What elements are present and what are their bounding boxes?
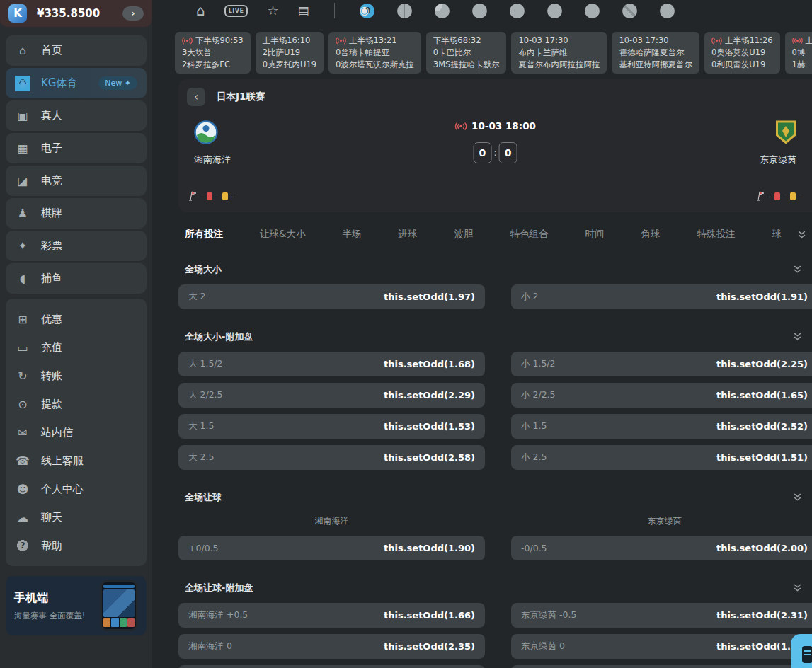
red-card-count: - (216, 192, 219, 201)
live-icon (336, 37, 346, 45)
market-tab[interactable]: 半场 (343, 228, 362, 241)
bet-odd: this.setOdd(1.68) (377, 359, 475, 369)
bet-option[interactable]: 大 1.5/2 this.setOdd(1.68) (178, 352, 485, 376)
sidebar-menu-item[interactable]: ⊞ 优惠 (6, 305, 147, 333)
home-stats: - - - (188, 191, 234, 201)
yellow-card-icon (790, 192, 796, 200)
match-card[interactable]: 上半场 0博 1赫 (785, 32, 812, 74)
bet-odd: this.setOdd(1.97) (377, 292, 475, 302)
tennis-icon[interactable] (547, 4, 562, 18)
match-card[interactable]: 上半场13:21 0普瑞卡帕提亚 0波尔塔瓦沃尔斯克拉 (328, 32, 421, 74)
mobile-app-promo-banner[interactable]: 手机端 海量赛事 全面覆盖! (6, 576, 147, 635)
match-card[interactable]: 下半场68:32 0卡巴比尔 3MS提拉哈卡默尔 (426, 32, 507, 74)
sidebar-nav-item[interactable]: ⌂ 首页 (6, 35, 147, 66)
match-card[interactable]: 10-03 17:30 布内卡兰萨维 夏普尔布内阿拉拉阿拉 (511, 32, 607, 74)
market-tab[interactable]: 时间 (585, 228, 605, 241)
basketball-icon[interactable] (397, 4, 412, 18)
back-button[interactable]: ‹ (187, 88, 205, 106)
volleyball-icon[interactable] (585, 4, 600, 18)
sidebar-menu-item[interactable]: ✉ 站内信 (6, 418, 147, 447)
news-icon[interactable]: ▤ (298, 5, 309, 17)
soccer-icon[interactable]: ◉ (360, 4, 374, 18)
sidebar-nav-item[interactable]: ✦ 彩票 (6, 231, 147, 261)
bet-odd: this.setOdd(2.25) (709, 359, 808, 369)
match-away-team: 3MS提拉哈卡默尔 (433, 59, 500, 71)
sidebar-expand-button[interactable]: › (122, 6, 144, 21)
badminton-icon[interactable] (472, 4, 487, 18)
market-tab[interactable]: 让球&大小 (260, 228, 306, 241)
match-card[interactable]: 上半场16:10 2比萨U19 0克罗托内U19 (256, 32, 324, 74)
match-card[interactable]: 下半场90:53 3大坎普 2科罗拉多FC (175, 32, 251, 74)
sidebar-menu-item[interactable]: ▭ 充值 (6, 333, 147, 362)
cricket-icon[interactable] (622, 4, 637, 18)
more-tabs-chevron-icon[interactable] (797, 229, 806, 242)
soccer-icon: ◉ (15, 76, 30, 91)
sidebar-item-label: 帮助 (41, 539, 62, 553)
bet-option[interactable]: -0/0.5 this.setOdd(2.00) (511, 536, 812, 560)
bet-option[interactable]: 小 1.5 this.setOdd(2.52) (511, 414, 812, 439)
collapse-chevron-icon[interactable] (793, 491, 802, 505)
bet-option[interactable]: 小 1.5/2 this.setOdd(2.25) (511, 352, 812, 376)
market-tab[interactable]: 所有投注 (185, 228, 223, 241)
sidebar-menu-item[interactable]: ☁ 聊天 (6, 503, 147, 531)
market-tab[interactable]: 角球 (641, 228, 661, 241)
market-tab[interactable]: 特色组合 (510, 228, 549, 241)
betslip-float-button[interactable] (791, 634, 812, 668)
match-card[interactable]: 上半场11:26 0奥洛莫茨U19 0利贝雷茨U19 (704, 32, 780, 74)
bet-odd: this.setOdd(1.65) (709, 390, 808, 401)
sidebar-menu-item[interactable]: ☻ 个人中心 (6, 475, 147, 503)
bet-row: 大 2.5 this.setOdd(2.58) 小 2.5 this.setOd… (178, 445, 812, 470)
sidebar-item-label: 站内信 (41, 426, 73, 439)
bet-odd: this.setOdd(2.52) (709, 421, 808, 432)
sidebar-nav-item[interactable]: ◖ 捕鱼 (6, 263, 147, 294)
market-tab[interactable]: 进球 (399, 228, 418, 241)
bet-option[interactable]: 大 1.5 this.setOdd(1.53) (178, 414, 485, 439)
collapse-chevron-icon[interactable] (793, 263, 802, 277)
hockey-icon[interactable] (660, 4, 675, 18)
bet-row: +0/0.5 this.setOdd(1.90) -0/0.5 this.set… (178, 536, 812, 560)
sidebar-nav-item[interactable]: ♟ 棋牌 (6, 198, 147, 229)
match-card[interactable]: 10-03 17:30 霍德哈萨隆夏普尔 基利亚特阿挪夏普尔 (612, 32, 699, 74)
sidebar-menu-item[interactable]: ↻ 转账 (6, 362, 147, 390)
bet-odd: this.setOdd(1.66) (377, 610, 475, 621)
bet-option[interactable]: 东京绿茵 -0.5 this.setOdd(2.31) (511, 603, 812, 628)
sidebar-menu-item[interactable]: ☎ 线上客服 (6, 447, 147, 475)
star-icon[interactable]: ☆ (267, 4, 278, 17)
home-icon[interactable]: ⌂ (196, 4, 205, 18)
sidebar-nav-item[interactable]: ◉ KG体育 New ✦ (6, 68, 147, 98)
bet-option[interactable]: 东京绿茵 +0/0.5 this.setOdd( (511, 665, 812, 668)
collapse-chevron-icon[interactable] (793, 330, 802, 344)
market-tab[interactable]: 波胆 (454, 228, 474, 241)
table-tennis-icon[interactable] (510, 4, 525, 18)
collapse-chevron-icon[interactable] (793, 582, 802, 595)
bet-option[interactable]: 东京绿茵 0 this.setOdd(1.64) (511, 634, 812, 659)
live-icon[interactable]: LIVE (224, 5, 248, 17)
bet-option[interactable]: 小 2 this.setOdd(1.91) (511, 284, 812, 309)
bet-option[interactable]: 湘南海洋 +0.5 this.setOdd(1.66) (178, 603, 485, 628)
away-stats: - - - (756, 191, 802, 201)
match-home-team: 布内卡兰萨维 (518, 47, 600, 59)
bet-option[interactable]: 小 2.5 this.setOdd(1.51) (511, 445, 812, 470)
baseball-icon[interactable] (435, 4, 450, 18)
bet-option[interactable]: 小 2/2.5 this.setOdd(1.65) (511, 383, 812, 408)
sidebar-nav-item[interactable]: ▣ 真人 (6, 100, 147, 131)
bet-option[interactable]: 大 2/2.5 this.setOdd(2.29) (178, 383, 485, 408)
bet-option[interactable]: 大 2.5 this.setOdd(2.58) (178, 445, 485, 470)
sidebar-menu-item[interactable]: ⊙ 提款 (6, 390, 147, 418)
market-tab[interactable]: 球 (772, 228, 782, 241)
sidebar-menu-item[interactable]: ? 帮助 (6, 531, 147, 560)
bet-label: 大 1.5 (188, 420, 214, 432)
bet-label: 湘南海洋 0 (188, 640, 232, 652)
bet-label: 小 2 (521, 291, 538, 303)
bet-odd: this.setOdd(1.90) (377, 543, 475, 553)
sidebar-nav-item[interactable]: ▦ 电子 (6, 133, 147, 163)
bet-option[interactable]: 湘南海洋 -0/0.5 this.setOdd(2.75) (178, 665, 485, 668)
bet-option[interactable]: +0/0.5 this.setOdd(1.90) (178, 536, 485, 560)
live-match-strip: 下半场90:53 3大坎普 2科罗拉多FC 上半场16:10 2比萨U19 0克… (175, 32, 812, 74)
bet-row: 大 2/2.5 this.setOdd(2.29) 小 2/2.5 this.s… (178, 383, 812, 408)
bet-option[interactable]: 湘南海洋 0 this.setOdd(2.35) (178, 634, 485, 659)
bet-option[interactable]: 大 2 this.setOdd(1.97) (178, 284, 485, 309)
bet-label: 东京绿茵 -0.5 (521, 609, 576, 621)
market-tab[interactable]: 特殊投注 (697, 228, 736, 241)
sidebar-nav-item[interactable]: ◪ 电竞 (6, 166, 147, 196)
